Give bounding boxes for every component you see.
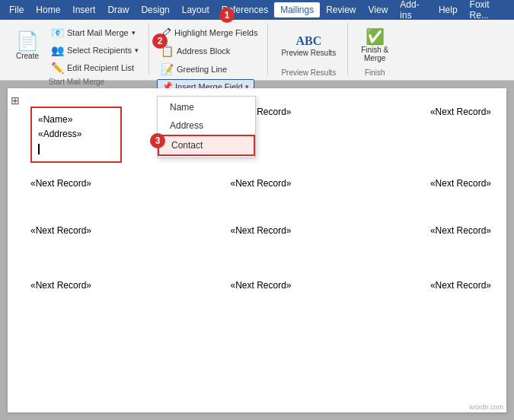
create-button[interactable]: 📄 Create bbox=[11, 24, 44, 67]
mail-merge-icon: 📧 bbox=[51, 27, 64, 39]
badge-two: 2 bbox=[152, 33, 168, 49]
doc-cell-1-3: «Next Record» bbox=[339, 103, 494, 166]
group-label-preview: Preview Results bbox=[281, 68, 336, 77]
next-record-2-1: «Next Record» bbox=[30, 178, 91, 189]
preview-results-button[interactable]: ABC Preview Results bbox=[276, 24, 341, 67]
menu-bar: File Home Insert Draw Design Layout Refe… bbox=[0, 0, 514, 20]
add-table-icon[interactable]: ⊞ bbox=[11, 94, 20, 107]
next-record-3-1: «Next Record» bbox=[30, 225, 91, 236]
create-icon: 📄 bbox=[16, 32, 39, 50]
doc-cell-2-1: «Next Record» bbox=[27, 175, 183, 192]
next-record-2-3: «Next Record» bbox=[430, 178, 491, 189]
document-area: ⊞ «Name» «Address» «Next Record» «Next R… bbox=[0, 81, 514, 420]
group-finish: ✅ Finish &Merge Finish bbox=[350, 23, 400, 75]
doc-row-4: «Next Record» «Next Record» «Next Record… bbox=[27, 277, 494, 294]
insert-merge-dropdown: Name Address 3 Contact bbox=[157, 96, 256, 158]
greeting-icon: 📝 bbox=[161, 63, 174, 75]
document-page[interactable]: ⊞ «Name» «Address» «Next Record» «Next R… bbox=[8, 88, 506, 412]
text-cursor bbox=[38, 144, 40, 154]
address-block-button[interactable]: 📋 Address Block bbox=[157, 43, 234, 59]
finish-icon: ✅ bbox=[366, 29, 385, 44]
doc-cell-4-1: «Next Record» bbox=[27, 277, 183, 294]
menu-design[interactable]: Design bbox=[135, 2, 175, 18]
recipients-icon: 👥 bbox=[51, 44, 64, 56]
start-mail-merge-button[interactable]: 📧 Start Mail Merge ▾ bbox=[47, 24, 142, 41]
preview-icon: ABC bbox=[295, 35, 321, 47]
group-preview-results: ABC Preview Results Preview Results bbox=[270, 23, 348, 75]
group-label-start-mail-merge: Start Mail Merge bbox=[49, 78, 104, 86]
dropdown-item-name[interactable]: Name bbox=[158, 98, 255, 116]
chevron-down-icon: ▾ bbox=[135, 46, 139, 54]
next-record-3-2: «Next Record» bbox=[230, 225, 291, 236]
active-label-box[interactable]: «Name» «Address» bbox=[30, 107, 122, 163]
next-record-2-2: «Next Record» bbox=[230, 178, 291, 189]
next-record-1-3: «Next Record» bbox=[430, 107, 491, 117]
next-record-4-1: «Next Record» bbox=[30, 280, 91, 291]
doc-cell-3-3: «Next Record» bbox=[339, 222, 494, 239]
dropdown-item-address[interactable]: Address bbox=[158, 116, 255, 135]
menu-file[interactable]: File bbox=[3, 2, 30, 18]
merge-address-field: «Address» bbox=[38, 127, 114, 142]
next-record-4-2: «Next Record» bbox=[230, 280, 291, 291]
badge-one: 1 bbox=[219, 8, 235, 23]
group-start-mail-merge: 📄 Create 📧 Start Mail Merge ▾ 👥 Select R… bbox=[5, 23, 149, 75]
finish-merge-button[interactable]: ✅ Finish &Merge bbox=[356, 24, 394, 67]
menu-review[interactable]: Review bbox=[320, 2, 362, 18]
next-record-3-3: «Next Record» bbox=[430, 225, 491, 236]
group-label-finish: Finish bbox=[365, 68, 385, 77]
doc-cell-3-1: «Next Record» bbox=[27, 222, 183, 239]
doc-cell-4-3: «Next Record» bbox=[339, 277, 494, 294]
menu-draw[interactable]: Draw bbox=[101, 2, 135, 18]
select-recipients-button[interactable]: 👥 Select Recipients ▾ bbox=[47, 42, 142, 59]
menu-home[interactable]: Home bbox=[30, 2, 66, 18]
dropdown-item-contact[interactable]: 3 Contact bbox=[158, 135, 255, 156]
menu-insert[interactable]: Insert bbox=[66, 2, 101, 18]
watermark: wsxdn.com bbox=[469, 403, 503, 411]
menu-mailings[interactable]: Mailings bbox=[274, 2, 320, 18]
edit-recipient-list-button[interactable]: ✏️ Edit Recipient List bbox=[47, 59, 142, 76]
menu-help[interactable]: Help bbox=[433, 2, 464, 18]
highlight-merge-button[interactable]: 🖍 Highlight Merge Fields bbox=[157, 24, 261, 41]
greeting-line-button[interactable]: 📝 Greeting Line bbox=[157, 61, 231, 78]
next-record-4-3: «Next Record» bbox=[430, 280, 491, 291]
merge-name-field: «Name» bbox=[38, 113, 114, 127]
ribbon: 1 📄 Create 📧 Start Mail Merge ▾ 👥 Selec bbox=[0, 20, 514, 81]
doc-cell-3-2: «Next Record» bbox=[183, 222, 338, 239]
menu-view[interactable]: View bbox=[362, 2, 394, 18]
doc-row-2: «Next Record» «Next Record» «Next Record… bbox=[27, 175, 494, 192]
doc-cell-2-3: «Next Record» bbox=[339, 175, 494, 192]
menu-layout[interactable]: Layout bbox=[176, 2, 215, 18]
chevron-down-icon: ▾ bbox=[132, 29, 136, 37]
group-write-insert: 2 🖍 Highlight Merge Fields 📋 Address Blo… bbox=[151, 23, 268, 75]
doc-cell-4-2: «Next Record» bbox=[183, 277, 338, 294]
edit-icon: ✏️ bbox=[51, 62, 64, 74]
doc-row-3: «Next Record» «Next Record» «Next Record… bbox=[27, 222, 494, 239]
doc-row-1: «Name» «Address» «Next Record» «Next Rec… bbox=[27, 103, 494, 166]
doc-cell-2-2: «Next Record» bbox=[183, 175, 338, 192]
badge-three: 3 bbox=[150, 133, 165, 148]
